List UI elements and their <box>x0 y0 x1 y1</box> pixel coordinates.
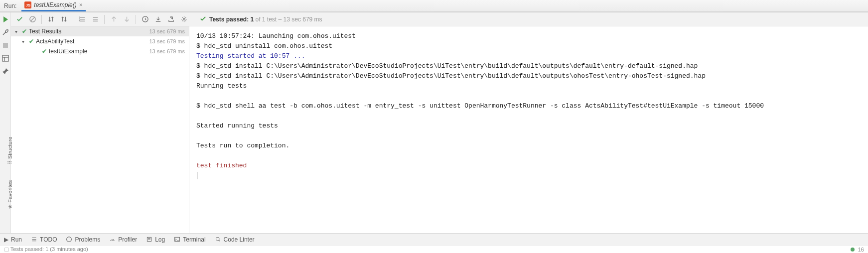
structure-icon: ⠿ <box>7 160 13 164</box>
status-left: Tests passed: 1 (3 minutes ago) <box>10 246 88 252</box>
sidetab-structure-label: Structure <box>7 136 13 159</box>
status-bar: ▢ Tests passed: 1 (3 minutes ago) 16 <box>0 245 868 253</box>
import-icon[interactable] <box>152 14 163 25</box>
history-icon[interactable] <box>140 14 150 25</box>
tool-profiler-label: Profiler <box>118 236 137 243</box>
text-cursor <box>197 172 197 179</box>
check-icon: ✔ <box>42 48 47 55</box>
divider <box>73 15 73 24</box>
run-tab-bar: Run: JS testUiExample() × <box>0 0 868 12</box>
tool-terminal[interactable]: Terminal <box>174 236 205 243</box>
star-icon: ★ <box>7 204 13 209</box>
tool-log[interactable]: Log <box>146 236 165 243</box>
console-line: $ hdc_std uninstall com.ohos.uitest <box>196 42 332 50</box>
console-line: $ hdc_std shell aa test -b com.ohos.uite… <box>196 102 764 110</box>
tree-root-time: 13 sec 679 ms <box>149 28 185 34</box>
magnify-icon <box>215 236 221 243</box>
sidetab-structure[interactable]: ⠿Structure <box>7 136 13 164</box>
test-toolbar: Tests passed: 1 of 1 test – 13 sec 679 m… <box>11 12 868 26</box>
svg-rect-1 <box>2 55 8 61</box>
tree-test-label: testUiExample <box>49 48 147 55</box>
sidetab-favorites[interactable]: ★Favorites <box>7 180 13 209</box>
settings-icon[interactable] <box>178 14 189 25</box>
chevron-down-icon[interactable]: ▾ <box>15 29 20 34</box>
log-icon <box>146 236 152 243</box>
status-prefix: Tests passed: <box>209 16 250 23</box>
list-icon <box>31 236 37 243</box>
gauge-icon <box>109 236 116 243</box>
tree-root[interactable]: ▾ ✔ Test Results 13 sec 679 ms <box>11 26 189 36</box>
test-tree: ▾ ✔ Test Results 13 sec 679 ms ▾ ✔ ActsA… <box>11 26 189 233</box>
sort-icon[interactable] <box>45 14 56 25</box>
tree-test-time: 13 sec 679 ms <box>149 48 185 54</box>
rerun-icon[interactable] <box>1 15 9 23</box>
tool-todo-label: TODO <box>40 236 57 243</box>
stop-icon[interactable] <box>1 41 9 49</box>
tool-log-label: Log <box>155 236 165 243</box>
tab-title: testUiExample() <box>34 1 76 8</box>
divider <box>136 15 136 24</box>
console-line: $ hdc_std install C:\Users\Administrator… <box>196 62 698 70</box>
svg-point-11 <box>216 237 219 241</box>
tool-problems[interactable]: Problems <box>66 236 100 243</box>
tool-profiler[interactable]: Profiler <box>109 236 137 243</box>
tool-codelinter[interactable]: Code Linter <box>215 236 255 243</box>
tree-root-label: Test Results <box>29 28 147 35</box>
status-mid: of 1 test – <box>254 16 283 23</box>
sort-alpha-icon[interactable] <box>58 14 69 25</box>
warning-icon <box>66 236 72 243</box>
check-icon: ✔ <box>22 28 27 35</box>
console-line: $ hdc_std install C:\Users\Administrator… <box>196 72 706 80</box>
next-failed-icon[interactable] <box>121 14 132 25</box>
chevron-down-icon[interactable]: ▾ <box>22 39 27 44</box>
svg-line-5 <box>30 17 34 21</box>
tool-terminal-label: Terminal <box>183 236 205 243</box>
console-line: Started running tests <box>196 122 278 129</box>
check-icon <box>199 15 207 24</box>
wrench-icon[interactable] <box>1 28 9 36</box>
prev-failed-icon[interactable] <box>108 14 119 25</box>
console-line: Testing started at 10:57 ... <box>196 52 305 60</box>
console-line: test finished <box>196 162 247 169</box>
tree-suite-time: 13 sec 679 ms <box>149 38 185 44</box>
close-icon[interactable]: × <box>79 1 83 8</box>
bottom-tool-tabs: ▶ Run TODO Problems Profiler Log Termina… <box>0 233 868 245</box>
console-line: Tests run to completion. <box>196 142 289 149</box>
svg-rect-0 <box>3 43 8 48</box>
status-dot-icon <box>851 248 855 252</box>
collapse-all-icon[interactable] <box>90 14 101 25</box>
tool-todo[interactable]: TODO <box>31 236 57 243</box>
tool-problems-label: Problems <box>75 236 100 243</box>
tree-test[interactable]: ✔ testUiExample 13 sec 679 ms <box>11 46 189 56</box>
svg-point-7 <box>183 18 185 20</box>
console-output[interactable]: 10/13 10:57:24: Launching com.ohos.uites… <box>189 26 868 233</box>
run-label: Run: <box>4 2 16 9</box>
console-line: Running tests <box>196 82 247 90</box>
show-passed-icon[interactable] <box>14 14 25 25</box>
svg-rect-9 <box>147 237 151 241</box>
divider <box>41 15 42 24</box>
tree-suite-label: ActsAbilityTest <box>36 38 147 45</box>
status-duration: 13 sec 679 ms <box>284 16 322 23</box>
tests-status: Tests passed: 1 of 1 test – 13 sec 679 m… <box>199 15 322 24</box>
play-icon: ▶ <box>4 236 8 243</box>
pin-icon[interactable] <box>1 67 9 75</box>
status-right: 16 <box>858 247 864 253</box>
tool-run[interactable]: ▶ Run <box>4 236 22 243</box>
tool-codelinter-label: Code Linter <box>224 236 255 243</box>
layout-icon[interactable] <box>1 54 9 62</box>
check-icon: ✔ <box>29 38 34 45</box>
terminal-icon <box>174 236 180 243</box>
js-icon: JS <box>24 1 31 8</box>
console-line: 10/13 10:57:24: Launching com.ohos.uites… <box>196 32 356 40</box>
run-config-tab[interactable]: JS testUiExample() × <box>21 0 85 11</box>
expand-all-icon[interactable] <box>77 14 88 25</box>
sidetab-favorites-label: Favorites <box>7 180 13 203</box>
divider <box>104 15 105 24</box>
tree-suite[interactable]: ▾ ✔ ActsAbilityTest 13 sec 679 ms <box>11 36 189 46</box>
status-square-icon: ▢ <box>4 246 9 252</box>
export-icon[interactable] <box>165 14 176 25</box>
show-ignored-icon[interactable] <box>27 14 38 25</box>
tool-run-label: Run <box>11 236 22 243</box>
